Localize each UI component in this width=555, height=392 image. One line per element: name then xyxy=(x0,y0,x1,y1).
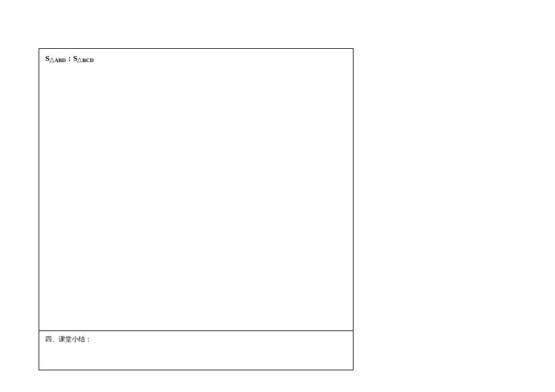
formula-expression: S△ABD:S△BCD xyxy=(45,54,347,64)
main-content-area: S△ABD:S△BCD xyxy=(39,49,353,331)
colon-separator: : xyxy=(68,54,71,63)
subscript-abd: ABD xyxy=(54,57,66,63)
subscript-bcd: BCD xyxy=(82,57,94,63)
summary-heading: 四、课堂小结： xyxy=(45,335,92,343)
document-frame: S△ABD:S△BCD 四、课堂小结： xyxy=(39,48,354,370)
summary-section: 四、课堂小结： xyxy=(39,331,353,370)
